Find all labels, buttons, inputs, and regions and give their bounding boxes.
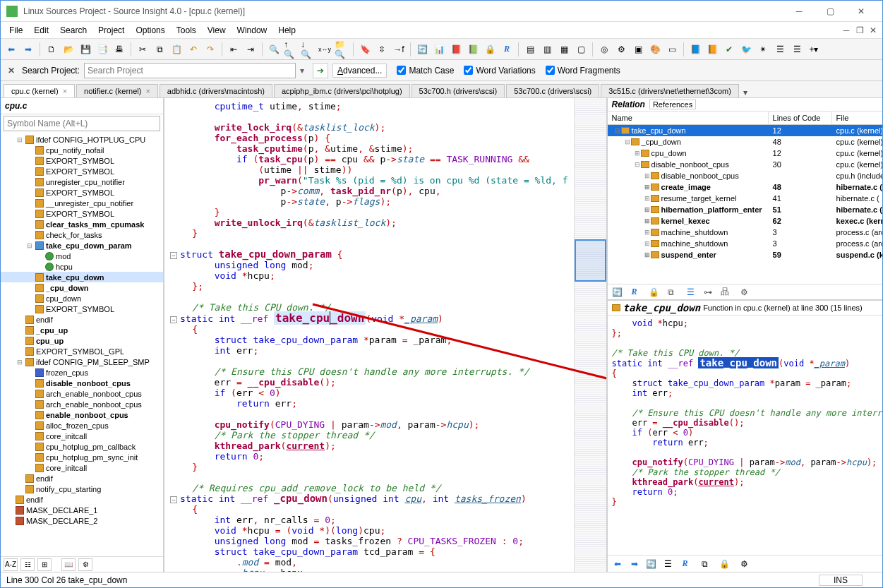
symbol-tree-item[interactable]: frozen_cpus	[1, 367, 163, 378]
mdi-restore-button[interactable]: ❐	[853, 24, 866, 37]
ctx-list-button[interactable]: ☰	[661, 558, 675, 570]
symbol-tree-item[interactable]: _cpu_up	[1, 325, 163, 335]
tree-view-button[interactable]: ☷	[20, 558, 35, 571]
undo-button[interactable]: ↶	[186, 42, 201, 57]
symbol-tree-item[interactable]: EXPORT_SYMBOL	[1, 208, 163, 219]
menu-project[interactable]: Project	[92, 23, 130, 37]
replace-button[interactable]: x↔y	[317, 42, 332, 57]
symbol-tree-item[interactable]: disable_nonboot_cpus	[1, 378, 163, 388]
copy-button[interactable]: ⧉	[152, 42, 167, 57]
relation-row[interactable]: ⊞create_image48hibernate.c (	[608, 181, 883, 193]
symbol-tree-item[interactable]: ⊟take_cpu_down_param	[1, 240, 163, 251]
grid-button[interactable]: ▣	[630, 42, 646, 57]
search-go-button[interactable]: ➔	[313, 63, 328, 78]
rel-list-button[interactable]: ☰	[684, 286, 698, 299]
relation-button[interactable]: R	[499, 42, 515, 57]
tile-h-button[interactable]: ▤	[522, 42, 538, 57]
relation-row[interactable]: ⊞disable_nonboot_cpuscpu.h (include)	[608, 170, 883, 181]
single-button[interactable]: ▢	[573, 42, 589, 57]
rel-settings-button[interactable]: ⚙	[738, 286, 752, 299]
tab-close-icon[interactable]: ×	[145, 87, 150, 95]
ctx-lock-button[interactable]: 🔒	[718, 558, 732, 570]
symbol-tree-item[interactable]: EXPORT_SYMBOL	[1, 304, 163, 314]
find-next-button[interactable]: ↓🔍	[300, 42, 316, 57]
bird-icon[interactable]: 🐦	[738, 42, 754, 57]
ctx-back-button[interactable]: ⬅	[611, 558, 625, 570]
relation-row[interactable]: ⊞hibernation_platform_enter51hibernate.c…	[608, 204, 883, 215]
symbol-tree-item[interactable]: clear_tasks_mm_cpumask	[1, 219, 163, 229]
tile-v-button[interactable]: ▥	[539, 42, 555, 57]
symbol-tree-item[interactable]: MASK_DECLARE_2	[1, 515, 163, 526]
symbol-tree-item[interactable]: cpu_hotplug_pm_sync_init	[1, 452, 163, 462]
relation-row[interactable]: ⊞machine_shutdown3process.c (arc	[608, 238, 883, 249]
relation-row[interactable]: ⊟disable_nonboot_cpus30cpu.c (kernel)	[608, 159, 883, 170]
symbol-tree[interactable]: ⊟ifdef CONFIG_HOTPLUG_CPUcpu_notify_nofa…	[1, 133, 163, 556]
relation-body[interactable]: ⊟take_cpu_down12cpu.c (kernel)⊟_cpu_down…	[608, 125, 883, 284]
mdi-minimize-button[interactable]: ─	[840, 24, 853, 37]
ctx-dup-button[interactable]: ⧉	[698, 558, 712, 570]
symbol-tree-item[interactable]: endif	[1, 494, 163, 505]
code-editor[interactable]: cputime_t utime, stime; write_lock_irq(&…	[164, 98, 574, 572]
palette-button[interactable]: 🎨	[647, 42, 663, 57]
ref1-button[interactable]: 📘	[687, 42, 703, 57]
target-button[interactable]: ◎	[596, 42, 612, 57]
symbol-tree-item[interactable]: EXPORT_SYMBOL_GPL	[1, 346, 163, 356]
tab-adbhid-c[interactable]: adbhid.c (drivers\macintosh)	[160, 84, 272, 97]
symbol-tree-item[interactable]: arch_enable_nonboot_cpus	[1, 388, 163, 399]
tab-cpu-c[interactable]: cpu.c (kernel)×	[4, 84, 75, 97]
paste-button[interactable]: 📋	[169, 42, 184, 57]
goto-line-button[interactable]: ⇳	[374, 42, 390, 57]
symbol-tree-item[interactable]: alloc_frozen_cpus	[1, 420, 163, 431]
symbol-tree-item[interactable]: MASK_DECLARE_1	[1, 505, 163, 515]
symbol-tree-item[interactable]: core_initcall	[1, 462, 163, 473]
cascade-button[interactable]: ▦	[556, 42, 572, 57]
relation-mode[interactable]: References	[649, 100, 696, 109]
symbol-tree-item[interactable]: ⊟ifdef CONFIG_PM_SLEEP_SMP	[1, 356, 163, 367]
overview-thumb[interactable]	[575, 239, 606, 282]
cut-button[interactable]: ✂	[135, 42, 150, 57]
menu-edit[interactable]: Edit	[28, 23, 54, 37]
symbol-tree-item[interactable]: ⊟ifdef CONFIG_HOTPLUG_CPU	[1, 134, 163, 145]
symbol-tree-item[interactable]: endif	[1, 473, 163, 484]
rel-tree-button[interactable]: 品	[718, 286, 732, 299]
gear-button[interactable]: ⚙	[613, 42, 629, 57]
relation-row[interactable]: ⊞suspend_enter59suspend.c (ke	[608, 249, 883, 260]
list2-button[interactable]: ☰	[789, 42, 805, 57]
relation-row[interactable]: ⊞kernel_kexec62kexec.c (kern	[608, 215, 883, 227]
overview-ruler[interactable]	[574, 98, 606, 572]
relation-row[interactable]: ⊞resume_target_kernel41hibernate.c (	[608, 193, 883, 204]
list1-button[interactable]: ☰	[772, 42, 788, 57]
relation-row[interactable]: ⊞machine_shutdown3process.c (arc	[608, 227, 883, 238]
ref2-button[interactable]: 📙	[704, 42, 720, 57]
ctx-r-button[interactable]: R	[678, 558, 692, 570]
rel-copy-button[interactable]: ⧉	[664, 286, 678, 299]
symbol-tree-item[interactable]: core_initcall	[1, 431, 163, 441]
relation-row[interactable]: ⊞cpu_down12cpu.c (kernel)	[608, 148, 883, 159]
col-lines[interactable]: Lines of Code	[769, 112, 832, 124]
nav-forward-button[interactable]: ➡	[20, 42, 36, 57]
open-file-button[interactable]: 📂	[61, 42, 76, 57]
minimize-button[interactable]: ─	[783, 1, 815, 21]
menu-view[interactable]: View	[202, 23, 232, 37]
bookmark-button[interactable]: 🔖	[357, 42, 373, 57]
word-variations-checkbox[interactable]: Word Variations	[464, 66, 535, 76]
close-button[interactable]: ✕	[846, 1, 877, 21]
tab-close-icon[interactable]: ×	[63, 87, 67, 95]
indent-right-button[interactable]: ⇥	[243, 42, 258, 57]
ctx-forward-button[interactable]: ➡	[627, 558, 642, 570]
find-button[interactable]: 🔍	[266, 42, 282, 57]
symbol-tree-item[interactable]: endif	[1, 314, 163, 325]
print-button[interactable]: 🖶	[112, 42, 127, 57]
relation-row[interactable]: ⊟take_cpu_down12cpu.c (kernel)	[608, 125, 883, 136]
tab-53c700-h[interactable]: 53c700.h (drivers\scsi)	[412, 84, 505, 97]
menu-window[interactable]: Window	[232, 23, 273, 37]
indent-left-button[interactable]: ⇤	[226, 42, 241, 57]
rel-refresh-button[interactable]: 🔄	[611, 286, 625, 299]
symbol-tree-item[interactable]: hcpu	[1, 261, 163, 272]
tab-53c700-c[interactable]: 53c700.c (drivers\scsi)	[506, 84, 599, 97]
book1-button[interactable]: 📕	[448, 42, 464, 57]
match-case-checkbox[interactable]: Match Case	[397, 66, 454, 76]
find-files-button[interactable]: 📁🔍	[334, 42, 349, 57]
context-code-view[interactable]: void *hcpu; }; /* Take this CPU down. */…	[608, 316, 883, 555]
tabs-dropdown-icon[interactable]: ▾	[743, 88, 747, 97]
